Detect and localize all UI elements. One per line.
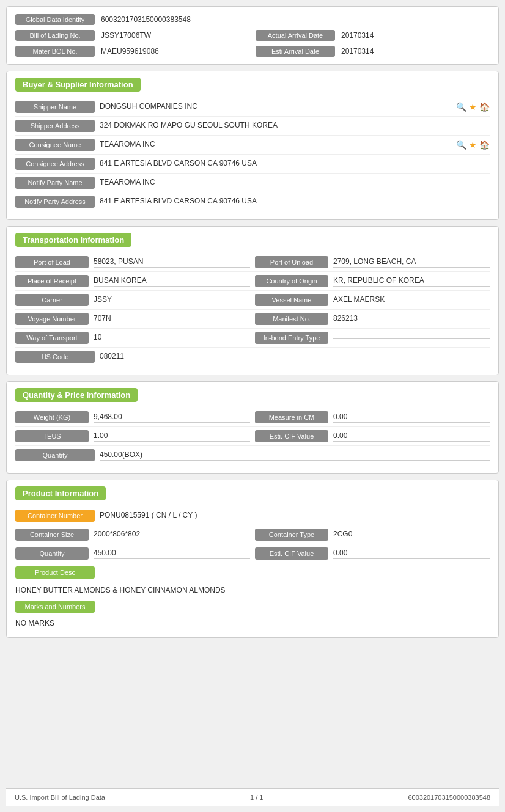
country-origin-label: Country of Origin	[255, 275, 328, 287]
teus-row: TEUS 1.00 Esti. CIF Value 0.00	[15, 427, 490, 446]
footer-center: 1 / 1	[250, 794, 263, 801]
consignee-home-icon[interactable]: 🏠	[479, 140, 490, 150]
footer-right: 6003201703150000383548	[408, 794, 490, 801]
shipper-address-value: 324 DOKMAK RO MAPO GU SEOUL SOUTH KOREA	[100, 121, 490, 131]
consignee-search-icon[interactable]: 🔍	[456, 140, 466, 150]
consignee-name-row: Consignee Name TEAAROMA INC 🔍 ★ 🏠	[15, 136, 490, 155]
inbond-value	[333, 337, 490, 339]
product-quantity-row: Quantity 450.00 Esti. CIF Value 0.00	[15, 544, 490, 563]
product-esti-cif-value: 0.00	[333, 549, 490, 559]
mater-bol-value: MAEU959619086	[101, 47, 159, 56]
container-type-group: Container Type 2CG0	[255, 529, 490, 541]
esti-arrival-group: Esti Arrival Date 20170314	[256, 46, 490, 57]
notify-address-label: Notify Party Address	[15, 196, 95, 208]
manifest-label: Manifest No.	[255, 313, 328, 325]
product-esti-cif-group: Esti. CIF Value 0.00	[255, 547, 490, 560]
inbond-label: In-bond Entry Type	[255, 332, 328, 344]
esti-arrival-label: Esti Arrival Date	[256, 46, 335, 57]
esti-cif-label: Esti. CIF Value	[255, 430, 328, 442]
way-transport-value: 10	[94, 333, 250, 343]
product-desc-row: Product Desc	[15, 563, 490, 582]
place-receipt-value: BUSAN KOREA	[94, 276, 250, 287]
shipper-icons: 🔍 ★ 🏠	[456, 102, 490, 112]
weight-label: Weight (KG)	[15, 411, 89, 423]
buyer-supplier-card: Buyer & Supplier Information Shipper Nam…	[6, 71, 499, 220]
weight-row: Weight (KG) 9,468.00 Measure in CM 0.00	[15, 408, 490, 427]
vessel-name-value: AXEL MAERSK	[333, 295, 490, 305]
shipper-home-icon[interactable]: 🏠	[479, 102, 490, 112]
mater-bol-group: Mater BOL No. MAEU959619086	[15, 46, 249, 57]
carrier-group: Carrier JSSY	[15, 294, 250, 306]
esti-cif-value: 0.00	[333, 431, 490, 442]
footer: U.S. Import Bill of Lading Data 1 / 1 60…	[6, 788, 499, 806]
measure-label: Measure in CM	[255, 411, 328, 423]
port-unload-value: 2709, LONG BEACH, CA	[333, 257, 490, 268]
container-number-row: Container Number PONU0815591 ( CN / L / …	[15, 507, 490, 525]
quantity-label: Quantity	[15, 449, 95, 461]
product-desc-text: HONEY BUTTER ALMONDS & HONEY CINNAMON AL…	[15, 582, 490, 596]
port-load-value: 58023, PUSAN	[94, 257, 250, 268]
container-size-group: Container Size 2000*806*802	[15, 529, 250, 541]
shipper-name-value: DONGSUH COMPANIES INC	[100, 102, 446, 112]
notify-name-label: Notify Party Name	[15, 177, 95, 189]
quantity-price-header: Quantity & Price Information	[15, 388, 138, 402]
measure-group: Measure in CM 0.00	[255, 411, 490, 423]
voyage-row: Voyage Number 707N Manifest No. 826213	[15, 310, 490, 329]
carrier-value: JSSY	[94, 295, 250, 305]
product-esti-cif-label: Esti. CIF Value	[255, 547, 328, 560]
notify-address-row: Notify Party Address 841 E ARTESIA BLVD …	[15, 192, 490, 211]
actual-arrival-group: Actual Arrival Date 20170314	[256, 30, 490, 41]
notify-name-row: Notify Party Name TEAAROMA INC	[15, 174, 490, 192]
voyage-group: Voyage Number 707N	[15, 313, 250, 325]
footer-left: U.S. Import Bill of Lading Data	[15, 794, 105, 801]
inbond-group: In-bond Entry Type	[255, 332, 490, 344]
voyage-label: Voyage Number	[15, 313, 89, 325]
vessel-name-group: Vessel Name AXEL MAERSK	[255, 294, 490, 306]
notify-address-value: 841 E ARTESIA BLVD CARSON CA 90746 USA	[100, 197, 490, 207]
global-identity-label: Global Data Identity	[15, 14, 95, 25]
bol-label: Bill of Lading No.	[15, 30, 95, 41]
way-transport-row: Way of Transport 10 In-bond Entry Type	[15, 329, 490, 348]
port-unload-group: Port of Unload 2709, LONG BEACH, CA	[255, 256, 490, 268]
shipper-search-icon[interactable]: 🔍	[456, 102, 466, 112]
manifest-value: 826213	[333, 314, 490, 324]
carrier-row: Carrier JSSY Vessel Name AXEL MAERSK	[15, 291, 490, 310]
product-quantity-value: 450.00	[94, 549, 250, 559]
country-origin-value: KR, REPUBLIC OF KOREA	[333, 276, 490, 287]
port-load-row: Port of Load 58023, PUSAN Port of Unload…	[15, 253, 490, 272]
esti-cif-group: Esti. CIF Value 0.00	[255, 430, 490, 442]
product-quantity-group: Quantity 450.00	[15, 547, 250, 560]
marks-label: Marks and Numbers	[15, 601, 95, 613]
carrier-label: Carrier	[15, 294, 89, 306]
identity-card: Global Data Identity 6003201703150000383…	[6, 6, 499, 65]
way-transport-group: Way of Transport 10	[15, 332, 250, 344]
vessel-name-label: Vessel Name	[255, 294, 328, 306]
consignee-star-icon[interactable]: ★	[469, 140, 477, 150]
container-type-value: 2CG0	[333, 530, 490, 540]
bol-row: Bill of Lading No. JSSY17006TW Actual Ar…	[15, 27, 490, 43]
mater-bol-label: Mater BOL No.	[15, 46, 95, 57]
quantity-value: 450.00(BOX)	[100, 450, 490, 461]
voyage-value: 707N	[94, 314, 250, 324]
teus-group: TEUS 1.00	[15, 430, 250, 442]
notify-name-value: TEAAROMA INC	[100, 178, 490, 188]
quantity-row: Quantity 450.00(BOX)	[15, 446, 490, 464]
actual-arrival-value: 20170314	[341, 31, 374, 40]
manifest-group: Manifest No. 826213	[255, 313, 490, 325]
bol-value: JSSY17006TW	[101, 31, 151, 40]
product-header: Product Information	[15, 486, 106, 500]
place-receipt-label: Place of Receipt	[15, 275, 89, 287]
buyer-supplier-header: Buyer & Supplier Information	[15, 78, 141, 92]
consignee-icons: 🔍 ★ 🏠	[456, 140, 490, 150]
esti-arrival-value: 20170314	[341, 47, 374, 56]
shipper-address-row: Shipper Address 324 DOKMAK RO MAPO GU SE…	[15, 117, 490, 136]
consignee-name-value: TEAAROMA INC	[100, 140, 446, 150]
way-transport-label: Way of Transport	[15, 332, 89, 344]
country-origin-group: Country of Origin KR, REPUBLIC OF KOREA	[255, 275, 490, 287]
product-quantity-label: Quantity	[15, 547, 89, 560]
shipper-name-label: Shipper Name	[15, 101, 95, 113]
shipper-star-icon[interactable]: ★	[469, 102, 477, 112]
transportation-card: Transportation Information Port of Load …	[6, 226, 499, 375]
consignee-address-row: Consignee Address 841 E ARTESIA BLVD CAR…	[15, 155, 490, 174]
port-load-group: Port of Load 58023, PUSAN	[15, 256, 250, 268]
